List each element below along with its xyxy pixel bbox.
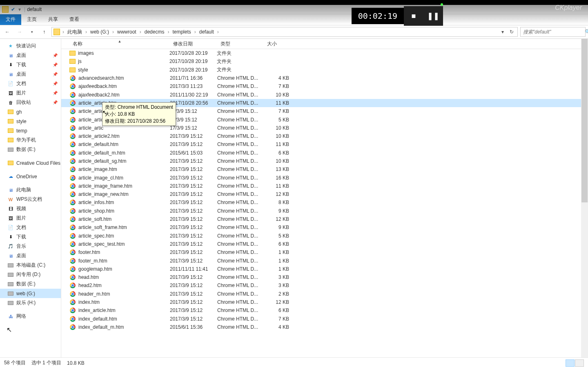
sidebar-recycle[interactable]: 🗑回收站📌 bbox=[0, 98, 61, 107]
refresh-button[interactable]: ↻ bbox=[508, 28, 516, 36]
sidebar-network[interactable]: 🖧网络 bbox=[0, 312, 61, 321]
tab-share[interactable]: 共享 bbox=[42, 14, 64, 25]
file-row[interactable]: style2017/10/28 20:19文件夹 bbox=[61, 66, 588, 74]
scrollbar-thumb[interactable] bbox=[581, 39, 588, 202]
sidebar-hdrive[interactable]: 娱乐 (H:) bbox=[0, 298, 61, 307]
sidebar-creative-cloud[interactable]: Creative Cloud Files bbox=[0, 158, 61, 168]
qat-dropdown-icon[interactable]: ▾ bbox=[18, 7, 21, 12]
qat-save-icon[interactable]: ✔ bbox=[11, 7, 15, 12]
sidebar-downloads[interactable]: ⬇下载📌 bbox=[0, 60, 61, 70]
file-date: 2011/11/30 22:19 bbox=[170, 92, 217, 98]
sidebar-wps[interactable]: WWPS云文档 bbox=[0, 195, 61, 204]
crumb-templets[interactable]: templets bbox=[172, 29, 192, 35]
tab-view[interactable]: 查看 bbox=[64, 14, 85, 25]
crumb-wwwroot[interactable]: wwwroot bbox=[116, 29, 137, 35]
file-row[interactable]: article_image_frame.htm2017/3/9 15:12Chr… bbox=[61, 182, 588, 190]
recent-dropdown[interactable]: ▾ bbox=[27, 27, 37, 37]
history-dropdown[interactable]: ▾ bbox=[499, 28, 507, 36]
file-row[interactable]: article_default_sg.htm2017/3/9 15:12Chro… bbox=[61, 157, 588, 165]
chevron-right-icon[interactable]: › bbox=[62, 29, 65, 35]
file-row[interactable]: article_soft_frame.htm2017/3/9 15:12Chro… bbox=[61, 223, 588, 231]
chevron-right-icon[interactable]: › bbox=[194, 29, 197, 35]
chevron-right-icon[interactable]: › bbox=[139, 29, 142, 35]
file-row[interactable]: article_shop.htm2017/3/9 15:12Chrome HTM… bbox=[61, 207, 588, 215]
search-input[interactable] bbox=[523, 29, 585, 35]
chrome-icon bbox=[69, 299, 76, 305]
file-row[interactable]: article_image_cl.htm2017/3/9 15:12Chrome… bbox=[61, 173, 588, 182]
file-row[interactable]: article_soft.htm2017/3/9 15:12Chrome HTM… bbox=[61, 215, 588, 223]
file-row[interactable]: js2017/10/28 20:19文件夹 bbox=[61, 57, 588, 65]
pause-button[interactable]: ❚❚ bbox=[423, 6, 443, 26]
sidebar-pictures2[interactable]: 🖼图片 bbox=[0, 213, 61, 223]
sidebar-huawei[interactable]: 华为手机 bbox=[0, 135, 61, 145]
file-row[interactable]: footer.htm2017/3/9 15:12Chrome HTML D...… bbox=[61, 248, 588, 256]
file-row[interactable]: article_image.htm2017/3/9 15:12Chrome HT… bbox=[61, 165, 588, 173]
header-name[interactable]: ▲名称 bbox=[69, 40, 170, 47]
sidebar-temp[interactable]: temp bbox=[0, 126, 61, 135]
forward-button[interactable]: → bbox=[15, 27, 24, 37]
file-row[interactable]: article_image_new.htm2017/3/9 15:12Chrom… bbox=[61, 190, 588, 198]
sidebar-gdrive[interactable]: web (G:) bbox=[0, 289, 61, 298]
crumb-default[interactable]: default bbox=[198, 29, 215, 35]
sidebar-pictures[interactable]: 🖼图片📌 bbox=[0, 88, 61, 98]
sidebar-documents2[interactable]: 📄文档 bbox=[0, 223, 61, 232]
sidebar-ddrive[interactable]: 闲专用 (D:) bbox=[0, 270, 61, 279]
chevron-right-icon[interactable]: › bbox=[216, 29, 220, 35]
chevron-right-icon[interactable]: › bbox=[167, 29, 170, 35]
file-row[interactable]: images2017/10/28 20:19文件夹 bbox=[61, 49, 588, 57]
sidebar-quick-access[interactable]: ★快速访问 bbox=[0, 41, 61, 51]
chevron-right-icon[interactable]: › bbox=[85, 29, 88, 35]
sidebar-music[interactable]: 🎵音乐 bbox=[0, 242, 61, 251]
file-row[interactable]: article_spec.htm2017/3/9 15:12Chrome HTM… bbox=[61, 232, 588, 240]
sidebar-cdrive[interactable]: 本地磁盘 (C:) bbox=[0, 260, 61, 270]
tab-file[interactable]: 文件 bbox=[0, 14, 21, 25]
file-row[interactable]: footer_m.htm2017/3/9 15:12Chrome HTML D.… bbox=[61, 256, 588, 265]
file-row[interactable]: header_m.htm2017/3/9 15:12Chrome HTML D.… bbox=[61, 290, 588, 298]
sidebar-edrive[interactable]: 数据 (E:) bbox=[0, 279, 61, 289]
sidebar-downloads2[interactable]: ⬇下载 bbox=[0, 232, 61, 242]
crumb-thispc[interactable]: 此电脑 bbox=[67, 29, 83, 36]
sidebar-desktop2[interactable]: 🖥桌面📌 bbox=[0, 70, 61, 79]
file-row[interactable]: head.htm2017/3/9 15:12Chrome HTML D...3 … bbox=[61, 273, 588, 281]
sidebar-dataE[interactable]: 数据 (E:) bbox=[0, 145, 61, 154]
file-row[interactable]: ajaxfeedback.htm2017/3/3 11:23Chrome HTM… bbox=[61, 82, 588, 90]
file-list[interactable]: images2017/10/28 20:19文件夹js2017/10/28 20… bbox=[61, 49, 588, 357]
sidebar-thispc[interactable]: 🖥此电脑 bbox=[0, 185, 61, 195]
file-row[interactable]: article_spec_test.htm2017/3/9 15:12Chrom… bbox=[61, 240, 588, 248]
sidebar-videos[interactable]: 🎞视频 bbox=[0, 204, 61, 213]
up-button[interactable]: ↑ bbox=[39, 27, 49, 37]
chevron-right-icon[interactable]: › bbox=[111, 29, 115, 35]
search-icon[interactable]: 🔍 bbox=[585, 29, 588, 35]
file-row[interactable]: index.htm2017/3/9 15:12Chrome HTML D...1… bbox=[61, 298, 588, 306]
file-row[interactable]: googlemap.htm2011/11/11 11:41Chrome HTML… bbox=[61, 265, 588, 273]
file-row[interactable]: article_infos.htm2017/3/9 15:12Chrome HT… bbox=[61, 198, 588, 206]
sidebar-documents[interactable]: 📄文档📌 bbox=[0, 79, 61, 88]
sidebar-desktop3[interactable]: 🖥桌面 bbox=[0, 251, 61, 260]
file-row[interactable]: index_default_m.htm2015/6/1 15:36Chrome … bbox=[61, 323, 588, 331]
file-row[interactable]: article_default_m.htm2015/6/1 15:03Chrom… bbox=[61, 149, 588, 157]
vertical-scrollbar[interactable] bbox=[581, 39, 588, 357]
file-row[interactable]: advancedsearch.htm2011/7/1 16:36Chrome H… bbox=[61, 74, 588, 82]
header-date[interactable]: 修改日期 bbox=[170, 40, 217, 47]
file-row[interactable]: article_default.htm2017/3/9 15:12Chrome … bbox=[61, 140, 588, 148]
crumb-dedecms[interactable]: dedecms bbox=[144, 29, 165, 35]
file-row[interactable]: index_article.htm2017/3/9 15:12Chrome HT… bbox=[61, 306, 588, 314]
header-type[interactable]: 类型 bbox=[217, 40, 264, 47]
sidebar-desktop[interactable]: 🖥桌面📌 bbox=[0, 51, 61, 60]
sidebar-onedrive[interactable]: ☁OneDrive bbox=[0, 172, 61, 181]
header-size[interactable]: 大小 bbox=[264, 40, 292, 47]
sidebar-gh[interactable]: gh bbox=[0, 107, 61, 117]
sidebar-style[interactable]: style bbox=[0, 117, 61, 126]
file-row[interactable]: head2.htm2017/3/9 15:12Chrome HTML D...3… bbox=[61, 281, 588, 289]
crumb-web[interactable]: web (G:) bbox=[89, 29, 110, 35]
file-row[interactable]: ajaxfeedback2.htm2011/11/30 22:19Chrome … bbox=[61, 90, 588, 99]
search-box[interactable]: 🔍 bbox=[520, 27, 586, 37]
tab-home[interactable]: 主页 bbox=[21, 14, 42, 25]
back-button[interactable]: ← bbox=[2, 27, 12, 37]
address-bar[interactable]: › 此电脑 › web (G:) › wwwroot › dedecms › t… bbox=[51, 27, 518, 37]
file-row[interactable]: article_article2.htm2017/3/9 15:12Chrome… bbox=[61, 132, 588, 140]
stop-button[interactable]: ■ bbox=[404, 6, 423, 26]
file-row[interactable]: index_default.htm2017/3/9 15:12Chrome HT… bbox=[61, 315, 588, 323]
view-icons-button[interactable] bbox=[575, 359, 584, 367]
view-details-button[interactable] bbox=[566, 359, 575, 367]
